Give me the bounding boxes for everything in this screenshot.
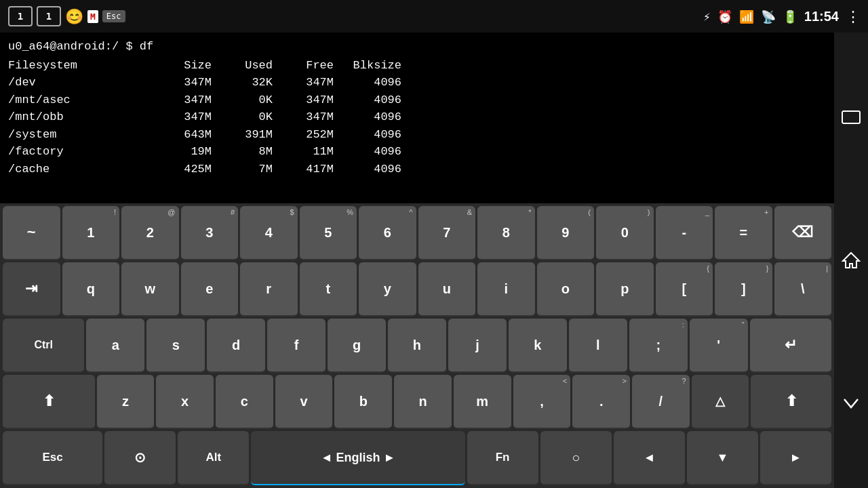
col-blksize: Blksize: [334, 57, 401, 75]
time-display: 11:54: [804, 9, 839, 24]
more-options-icon[interactable]: ⋮: [846, 8, 860, 25]
key-language[interactable]: ◄ English ►: [251, 431, 465, 485]
key-a[interactable]: a: [86, 319, 144, 373]
terminal-area[interactable]: u0_a64@android:/ $ df Filesystem Size Us…: [0, 33, 834, 203]
key-0[interactable]: 0): [596, 206, 654, 260]
key-minus[interactable]: -_: [656, 206, 713, 260]
key-b[interactable]: b: [334, 375, 392, 429]
key-tab[interactable]: ⇥: [3, 262, 60, 317]
key-comma[interactable]: ,<: [513, 375, 571, 429]
key-slash[interactable]: /?: [632, 375, 690, 429]
key-shift-left[interactable]: ⬆: [3, 375, 95, 429]
gmail-icon: M: [87, 10, 98, 23]
key-nav-down[interactable]: ▼: [687, 431, 758, 485]
key-d[interactable]: d: [207, 319, 265, 373]
key-y[interactable]: y: [359, 262, 416, 317]
notification-icon-2: 1: [37, 6, 61, 26]
key-9[interactable]: 9(: [537, 206, 595, 260]
esc-badge: Esc: [102, 10, 125, 22]
key-esc[interactable]: Esc: [3, 431, 102, 485]
key-s[interactable]: s: [146, 319, 205, 373]
key-m[interactable]: m: [454, 375, 511, 429]
keyboard-row-4: ⬆ z x c v b n m ,< .> /? △ ⬆: [3, 375, 831, 429]
key-1[interactable]: 1!: [62, 206, 120, 260]
notification-icon-1: 1: [8, 6, 33, 26]
key-i[interactable]: i: [477, 262, 535, 317]
key-triangle-up[interactable]: △: [692, 375, 749, 429]
sidebar-home-icon[interactable]: [837, 247, 865, 274]
key-lbracket[interactable]: [{: [656, 262, 713, 317]
sidebar-right: [834, 33, 868, 488]
key-3[interactable]: 3#: [181, 206, 239, 260]
key-t[interactable]: t: [300, 262, 357, 317]
key-fn[interactable]: Fn: [467, 431, 538, 485]
status-right-icons: ⚡ ⏰ 📶 📡 🔋 11:54 ⋮: [703, 8, 860, 25]
terminal-prompt: u0_a64@android:/ $ df: [8, 38, 826, 56]
key-rbracket[interactable]: ]}: [715, 262, 772, 317]
key-quote[interactable]: '": [690, 319, 748, 373]
key-j[interactable]: j: [448, 319, 507, 373]
key-u[interactable]: u: [418, 262, 476, 317]
sidebar-chevron-down-icon[interactable]: [837, 390, 865, 417]
key-z[interactable]: z: [97, 375, 155, 429]
table-row: /factory 19M 8M 11M 4096: [8, 143, 826, 161]
key-7[interactable]: 7&: [418, 206, 476, 260]
keyboard: ~ 1! 2@ 3# 4$ 5% 6^ 7& 8* 9( 0) -_ =+ ⌫ …: [0, 203, 834, 488]
key-semicolon[interactable]: ;:: [629, 319, 688, 373]
key-home-circle[interactable]: ○: [540, 431, 612, 485]
col-free: Free: [273, 57, 334, 75]
key-tilde[interactable]: ~: [3, 206, 60, 260]
key-f[interactable]: f: [267, 319, 326, 373]
key-nav-right[interactable]: ►: [760, 431, 831, 485]
key-period[interactable]: .>: [572, 375, 630, 429]
key-circle-dot[interactable]: ⊙: [104, 431, 176, 485]
key-backspace[interactable]: ⌫: [774, 206, 832, 260]
col-size: Size: [151, 57, 212, 75]
sidebar-rectangle-icon[interactable]: [837, 104, 865, 131]
key-alt[interactable]: Alt: [178, 431, 249, 485]
alarm-icon: ⏰: [717, 9, 732, 24]
key-ctrl[interactable]: Ctrl: [3, 319, 84, 373]
key-e[interactable]: e: [181, 262, 239, 317]
col-filesystem: Filesystem: [8, 57, 151, 75]
key-equals[interactable]: =+: [715, 206, 772, 260]
table-row: /dev 347M 32K 347M 4096: [8, 74, 826, 92]
key-l[interactable]: l: [569, 319, 627, 373]
keyboard-row-2: ⇥ q w e r t y u i o p [{ ]} \|: [3, 262, 831, 317]
df-header-row: Filesystem Size Used Free Blksize: [8, 57, 826, 75]
smiley-icon: 😊: [65, 8, 83, 25]
key-8[interactable]: 8*: [477, 206, 535, 260]
keyboard-row-5: Esc ⊙ Alt ◄ English ► Fn ○ ◄ ▼ ►: [3, 431, 831, 485]
battery-icon: 🔋: [783, 9, 797, 24]
key-5[interactable]: 5%: [300, 206, 357, 260]
df-output: Filesystem Size Used Free Blksize /dev 3…: [8, 57, 826, 178]
table-row: /mnt/obb 347M 0K 347M 4096: [8, 108, 826, 126]
keyboard-row-3: Ctrl a s d f g h j k l ;: '" ↵: [3, 319, 831, 373]
svg-rect-0: [842, 111, 860, 123]
table-row: /system 643M 391M 252M 4096: [8, 126, 826, 144]
key-shift-right[interactable]: ⬆: [751, 375, 831, 429]
svg-marker-1: [843, 253, 859, 268]
signal-icon: 📡: [761, 9, 776, 24]
key-nav-left[interactable]: ◄: [614, 431, 685, 485]
key-enter[interactable]: ↵: [750, 319, 831, 373]
key-p[interactable]: p: [596, 262, 654, 317]
key-x[interactable]: x: [156, 375, 214, 429]
key-o[interactable]: o: [537, 262, 595, 317]
key-6[interactable]: 6^: [359, 206, 416, 260]
key-h[interactable]: h: [388, 319, 446, 373]
key-k[interactable]: k: [509, 319, 567, 373]
status-bar: 1 1 😊 M Esc ⚡ ⏰ 📶 📡 🔋 11:54 ⋮: [0, 0, 868, 33]
key-n[interactable]: n: [394, 375, 452, 429]
key-w[interactable]: w: [121, 262, 179, 317]
key-2[interactable]: 2@: [121, 206, 179, 260]
key-4[interactable]: 4$: [240, 206, 298, 260]
key-r[interactable]: r: [240, 262, 298, 317]
key-g[interactable]: g: [328, 319, 386, 373]
bluetooth-icon: ⚡: [703, 9, 711, 24]
key-c[interactable]: c: [216, 375, 273, 429]
col-used: Used: [212, 57, 273, 75]
key-backslash[interactable]: \|: [774, 262, 832, 317]
key-v[interactable]: v: [275, 375, 333, 429]
key-q[interactable]: q: [62, 262, 120, 317]
